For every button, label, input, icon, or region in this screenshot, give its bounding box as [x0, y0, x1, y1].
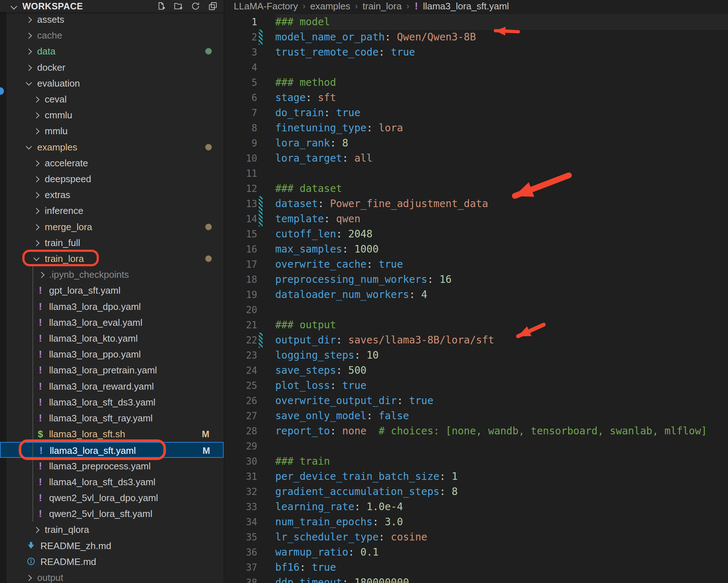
code-line-31[interactable]: per_device_train_batch_size: 1: [275, 469, 728, 484]
code-line-35[interactable]: lr_scheduler_type: cosine: [275, 530, 728, 545]
tree-item-merge-lora[interactable]: merge_lora: [0, 219, 224, 235]
tree-item-llama3-lora-sft-ds3-yaml[interactable]: !llama3_lora_sft_ds3.yaml: [0, 394, 224, 410]
code-line-32[interactable]: gradient_accumulation_steps: 8: [275, 484, 728, 499]
tree-item-output[interactable]: output: [0, 570, 224, 583]
code-line-20[interactable]: [275, 302, 728, 317]
new-folder-icon[interactable]: [172, 1, 184, 11]
code-line-5[interactable]: ### method: [275, 75, 728, 90]
code-line-11[interactable]: [275, 166, 728, 181]
code-line-2[interactable]: model_name_or_path: Qwen/Qwen3-8B: [275, 30, 728, 45]
tree-item-evaluation[interactable]: evaluation: [0, 75, 224, 91]
workspace-title: WORKSPACE: [22, 0, 83, 12]
code-line-25[interactable]: plot_loss: true: [275, 378, 728, 393]
tree-item-label: llama3_lora_kto.yaml: [49, 330, 138, 346]
tree-item-llama3-lora-pretrain-yaml[interactable]: !llama3_lora_pretrain.yaml: [0, 362, 224, 378]
tree-item-extras[interactable]: extras: [0, 187, 224, 203]
code-line-8[interactable]: finetuning_type: lora: [275, 120, 728, 136]
tree-item-gpt-lora-sft-yaml[interactable]: !gpt_lora_sft.yaml: [0, 282, 224, 298]
chevron-down-icon[interactable]: [10, 3, 17, 9]
code-line-18[interactable]: preprocessing_num_workers: 16: [275, 272, 728, 287]
tree-item-llama3-lora-ppo-yaml[interactable]: !llama3_lora_ppo.yaml: [0, 346, 224, 362]
code-line-24[interactable]: save_steps: 500: [275, 363, 728, 378]
code-line-15[interactable]: cutoff_len: 2048: [275, 227, 728, 242]
tree-item-llama3-lora-sft-ray-yaml[interactable]: !llama3_lora_sft_ray.yaml: [0, 410, 224, 426]
yaml-file-icon: !: [36, 458, 44, 474]
explorer-sidebar: assetscachedatadockerevaluationcevalcmml…: [0, 0, 224, 583]
code-line-3[interactable]: trust_remote_code: true: [275, 45, 728, 60]
line-number: 34: [228, 514, 257, 530]
code-line-36[interactable]: warmup_ratio: 0.1: [275, 545, 728, 560]
token: :: [336, 334, 348, 346]
tree-item-readme-zh-md[interactable]: README_zh.md: [0, 538, 224, 554]
code-line-4[interactable]: [275, 60, 728, 75]
line-number: 21: [228, 317, 257, 333]
code-line-28[interactable]: report_to: none # choices: [none, wandb,…: [275, 424, 728, 439]
code-line-29[interactable]: [275, 439, 728, 454]
tree-item-cache[interactable]: cache: [0, 27, 224, 43]
code-line-13[interactable]: dataset: Power_fine_adjustment_data: [275, 196, 728, 211]
tree-item-examples[interactable]: examples: [0, 139, 224, 155]
new-file-icon[interactable]: [155, 1, 167, 11]
code-line-23[interactable]: logging_steps: 10: [275, 348, 728, 363]
tree-item-mmlu[interactable]: mmlu: [0, 123, 224, 139]
code-line-27[interactable]: save_only_model: false: [275, 408, 728, 424]
collapse-all-icon[interactable]: [207, 1, 219, 11]
code-line-30[interactable]: ### train: [275, 454, 728, 469]
code-line-38[interactable]: ddp_timeout: 180000000: [275, 575, 728, 583]
token: logging_steps: [275, 349, 354, 361]
code-line-7[interactable]: do_train: true: [275, 105, 728, 120]
line-number: 30: [228, 454, 257, 469]
tree-item-label: deepspeed: [45, 171, 91, 187]
tree-item-qwen2-5vl-lora-sft-yaml[interactable]: !qwen2_5vl_lora_sft.yaml: [0, 506, 224, 522]
tree-item-qwen2-5vl-lora-dpo-yaml[interactable]: !qwen2_5vl_lora_dpo.yaml: [0, 490, 224, 506]
tree-item-llama3-lora-dpo-yaml[interactable]: !llama3_lora_dpo.yaml: [0, 299, 224, 315]
tree-item-ceval[interactable]: ceval: [0, 91, 224, 107]
tree-item-label: llama3_lora_eval.yaml: [49, 315, 142, 330]
token: learning_rate: [275, 501, 354, 513]
tree-item-accelerate[interactable]: accelerate: [0, 155, 224, 171]
token: Power_fine_adjustment_data: [330, 198, 488, 210]
code-line-9[interactable]: lora_rank: 8: [275, 136, 728, 151]
tree-item-label: llama3_lora_reward.yaml: [49, 378, 154, 394]
code-line-22[interactable]: output_dir: saves/llama3-8B/lora/sft: [275, 333, 728, 348]
code-line-26[interactable]: overwrite_output_dir: true: [275, 393, 728, 408]
token: :: [439, 470, 452, 482]
tree-item-train-qlora[interactable]: train_qlora: [0, 522, 224, 538]
token: 180000000: [354, 577, 409, 583]
code-line-12[interactable]: ### dataset: [275, 181, 728, 196]
tree-item-data[interactable]: data: [0, 43, 224, 59]
code-line-6[interactable]: stage: sft: [275, 90, 728, 105]
tree-item-llama3-lora-reward-yaml[interactable]: !llama3_lora_reward.yaml: [0, 378, 224, 394]
code-line-37[interactable]: bf16: true: [275, 560, 728, 575]
git-modified-badge: M: [200, 443, 213, 459]
tree-item-label: cmmlu: [45, 107, 73, 123]
tree-item-assets[interactable]: assets: [0, 12, 224, 27]
tree-item-llama3-lora-kto-yaml[interactable]: !llama3_lora_kto.yaml: [0, 330, 224, 346]
tree-item-inference[interactable]: inference: [0, 203, 224, 219]
code-line-19[interactable]: dataloader_num_workers: 4: [275, 287, 728, 302]
tree-item-deepspeed[interactable]: deepspeed: [0, 171, 224, 187]
code-line-17[interactable]: overwrite_cache: true: [275, 257, 728, 272]
tree-item-cmmlu[interactable]: cmmlu: [0, 107, 224, 123]
code-line-14[interactable]: template: qwen: [275, 211, 728, 227]
token: lr_scheduler_type: [275, 531, 379, 543]
token: :: [379, 46, 391, 58]
line-number: 15: [228, 227, 257, 242]
code-line-34[interactable]: num_train_epochs: 3.0: [275, 514, 728, 530]
code-area[interactable]: 1### model2model_name_or_path: Qwen/Qwen…: [224, 0, 728, 583]
code-line-21[interactable]: ### output: [275, 317, 728, 333]
tree-item--ipynb-checkpoints[interactable]: .ipynb_checkpoints: [0, 267, 224, 282]
code-line-33[interactable]: learning_rate: 1.0e-4: [275, 499, 728, 514]
tree-item-llama3-preprocess-yaml[interactable]: !llama3_preprocess.yaml: [0, 458, 224, 474]
tree-item-llama4-lora-sft-ds3-yaml[interactable]: !llama4_lora_sft_ds3.yaml: [0, 474, 224, 490]
tree-item-readme-md[interactable]: README.md: [0, 554, 224, 570]
line-number: 11: [228, 166, 257, 181]
refresh-icon[interactable]: [190, 1, 201, 11]
line-number: 37: [228, 560, 257, 575]
tree-item-docker[interactable]: docker: [0, 60, 224, 75]
code-line-16[interactable]: max_samples: 1000: [275, 242, 728, 257]
tree-item-llama3-lora-eval-yaml[interactable]: !llama3_lora_eval.yaml: [0, 315, 224, 330]
code-line-10[interactable]: lora_target: all: [275, 151, 728, 166]
code-line-1[interactable]: ### model: [275, 14, 728, 30]
tree-item-train-full[interactable]: train_full: [0, 235, 224, 251]
